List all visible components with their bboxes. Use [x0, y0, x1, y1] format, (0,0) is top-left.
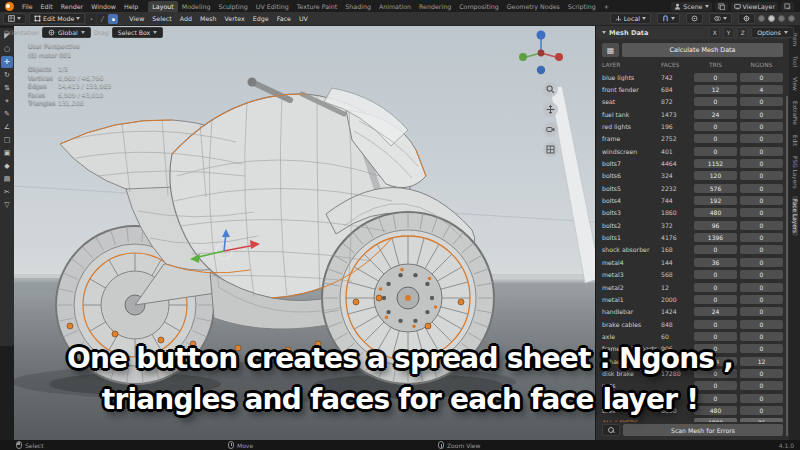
- menu-file[interactable]: File: [18, 3, 37, 10]
- snap-toggle[interactable]: [657, 13, 680, 24]
- tris-count[interactable]: 0: [694, 394, 737, 403]
- tris-count[interactable]: 0: [694, 369, 737, 378]
- table-row[interactable]: frame white parts90600: [596, 343, 789, 355]
- scale-tool[interactable]: ⇅: [1, 82, 13, 94]
- ngons-count[interactable]: 0: [740, 110, 783, 119]
- viewport-3d[interactable]: User Perspective (8) motor 001 Objects1/…: [14, 26, 595, 440]
- mirror-z-toggle[interactable]: Z: [737, 27, 748, 38]
- search-input[interactable]: [602, 424, 620, 436]
- transform-tool[interactable]: ⌖: [1, 95, 13, 107]
- tris-count[interactable]: 96: [694, 221, 737, 230]
- workspace-tab-animation[interactable]: Animation: [375, 1, 415, 12]
- menu-add[interactable]: Add: [176, 15, 196, 22]
- ngons-count[interactable]: 0: [740, 245, 783, 254]
- table-row[interactable]: red lights19600: [596, 120, 789, 132]
- tris-count[interactable]: 0: [694, 147, 737, 156]
- ngons-count[interactable]: 0: [740, 258, 783, 267]
- move-view-button[interactable]: [543, 102, 558, 117]
- sidebar-tab-view[interactable]: View: [792, 74, 798, 94]
- menu-render[interactable]: Render: [57, 3, 87, 10]
- zoom-button[interactable]: [543, 82, 558, 97]
- navigation-gizmo[interactable]: [519, 31, 563, 75]
- ngons-count[interactable]: 0: [740, 406, 783, 415]
- tris-count[interactable]: 0: [694, 320, 737, 329]
- workspace-tab-shading[interactable]: Shading: [341, 1, 375, 12]
- ngons-count[interactable]: 0: [740, 73, 783, 82]
- menu-window[interactable]: Window: [87, 3, 120, 10]
- new-view-layer-button[interactable]: [781, 2, 794, 11]
- table-row[interactable]: seat87200: [596, 96, 789, 108]
- ngons-count[interactable]: 0: [740, 196, 783, 205]
- tris-count[interactable]: 0: [694, 332, 737, 341]
- shading-material-button[interactable]: [778, 15, 785, 22]
- extrude-tool[interactable]: □: [1, 134, 13, 146]
- ngons-count[interactable]: 0: [740, 147, 783, 156]
- menu-edit[interactable]: Edit: [37, 3, 57, 10]
- sidebar-tab-extrapie[interactable]: ExtraPie: [792, 98, 798, 128]
- measure-tool[interactable]: ∠: [1, 121, 13, 133]
- face-select-mode-button[interactable]: ▪: [108, 14, 118, 24]
- menu-select[interactable]: Select: [148, 15, 175, 22]
- move-tool[interactable]: ✛: [1, 56, 13, 68]
- ngons-count[interactable]: 0: [740, 159, 783, 168]
- ngons-count[interactable]: 0: [740, 320, 783, 329]
- workspace-tab-layout[interactable]: Layout: [148, 1, 177, 12]
- rotate-tool[interactable]: ↻: [1, 69, 13, 81]
- table-row[interactable]: disk brake1728000: [596, 367, 789, 379]
- table-row[interactable]: bolts522325760: [596, 182, 789, 194]
- tris-count[interactable]: 36: [694, 258, 737, 267]
- menu-edge[interactable]: Edge: [249, 15, 273, 22]
- table-row[interactable]: metal21200: [596, 281, 789, 293]
- table-row[interactable]: windscreen40100: [596, 145, 789, 157]
- tris-count[interactable]: 0: [694, 381, 737, 390]
- workspace-tab-rendering[interactable]: Rendering: [415, 1, 455, 12]
- sidebar-tab-edit[interactable]: Edit: [792, 132, 798, 149]
- menu-uv[interactable]: UV: [295, 15, 312, 22]
- overlays-toggle[interactable]: [709, 13, 732, 24]
- tris-count[interactable]: 192: [694, 196, 737, 205]
- ngons-count[interactable]: 4: [740, 85, 783, 94]
- tris-count[interactable]: 0: [694, 97, 737, 106]
- sidebar-tab-psg-layers[interactable]: PSG Layers: [792, 153, 798, 192]
- tris-count[interactable]: 480: [694, 406, 737, 415]
- tris-count[interactable]: 0: [694, 134, 737, 143]
- workspace-tab-geometry-nodes[interactable]: Geometry Nodes: [503, 1, 564, 12]
- ngons-count[interactable]: 0: [740, 270, 783, 279]
- menu-help[interactable]: Help: [120, 3, 142, 10]
- table-row[interactable]: brake cables84800: [596, 318, 789, 330]
- ngons-count[interactable]: 0: [740, 394, 783, 403]
- table-row[interactable]: handlebar1424240: [596, 306, 789, 318]
- table-row[interactable]: nuts00: [596, 380, 789, 392]
- ngons-count[interactable]: 0: [740, 369, 783, 378]
- workspace-tab-item[interactable]: +: [600, 1, 613, 12]
- table-row[interactable]: fuel tank1473240: [596, 108, 789, 120]
- workspace-tab-uv-editing[interactable]: UV Editing: [252, 1, 293, 12]
- workspace-tab-compositing[interactable]: Compositing: [455, 1, 502, 12]
- table-row[interactable]: axle6000: [596, 330, 789, 342]
- table-row[interactable]: front fender684124: [596, 83, 789, 95]
- sidebar-tab-tool[interactable]: Tool: [792, 53, 798, 70]
- ngons-count[interactable]: 76: [740, 418, 783, 422]
- tris-count[interactable]: 576: [694, 184, 737, 193]
- mirror-y-toggle[interactable]: Y: [723, 27, 734, 38]
- camera-view-button[interactable]: [543, 122, 558, 137]
- table-row[interactable]: bolts1417613960: [596, 231, 789, 243]
- ngons-count[interactable]: 0: [740, 122, 783, 131]
- table-row[interactable]: bolts318604800: [596, 207, 789, 219]
- menu-face[interactable]: Face: [273, 15, 295, 22]
- poly-build-tool[interactable]: ▽: [1, 199, 13, 211]
- ngons-count[interactable]: 0: [740, 307, 783, 316]
- tris-count[interactable]: 0: [694, 344, 737, 353]
- ngons-count[interactable]: 0: [740, 332, 783, 341]
- select-circle-tool[interactable]: ○: [1, 43, 13, 55]
- tris-count[interactable]: 0: [694, 283, 737, 292]
- panel-scrollbar[interactable]: [786, 96, 788, 436]
- orientation-dropdown[interactable]: Global: [42, 27, 91, 38]
- knife-tool[interactable]: ✂: [1, 186, 13, 198]
- loop-cut-tool[interactable]: ▤: [1, 173, 13, 185]
- ngons-count[interactable]: 0: [740, 233, 783, 242]
- ngons-count[interactable]: 0: [740, 171, 783, 180]
- table-row[interactable]: tires60004800: [596, 404, 789, 416]
- table-row[interactable]: blue lights74200: [596, 71, 789, 83]
- shading-rendered-button[interactable]: [788, 15, 795, 22]
